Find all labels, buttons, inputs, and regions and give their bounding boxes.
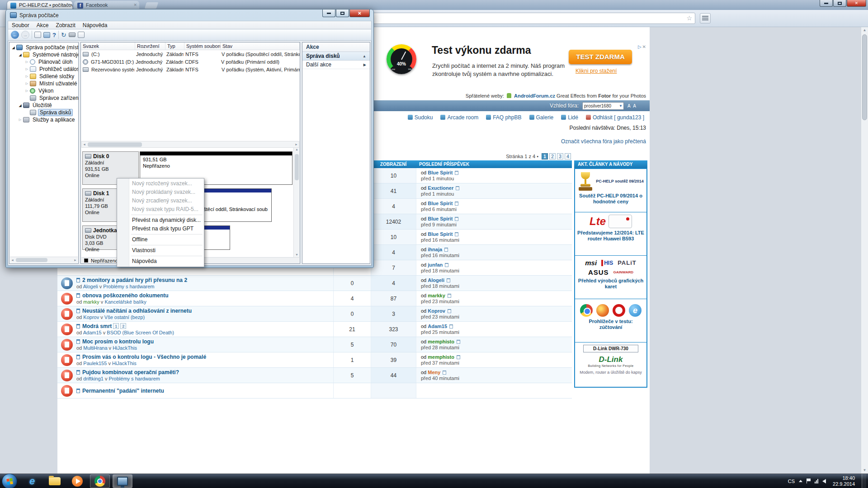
language-indicator[interactable]: CS	[788, 479, 795, 484]
forum-nav-link[interactable]: FAQ phpBB	[486, 114, 521, 121]
page-number-button[interactable]: 2	[549, 153, 556, 160]
page-number-button[interactable]: 4	[565, 153, 571, 160]
close-button[interactable]: ✕	[349, 9, 370, 17]
context-menu-item[interactable]: Nový prokládaný svazek...	[118, 188, 203, 197]
lastpost-user-link[interactable]: junfan	[428, 262, 443, 267]
tree-expander-icon[interactable]: ▷	[24, 60, 29, 64]
tree-expander-icon[interactable]: ◢	[11, 46, 16, 50]
help-icon[interactable]: ?	[52, 32, 56, 38]
console-tree-icon[interactable]	[34, 32, 41, 38]
tree-item[interactable]: ▷ Místní uživatelé a skupi...	[9, 80, 78, 87]
tree-horizontal-scrollbar[interactable]: ◄ ►	[10, 257, 78, 263]
article-link[interactable]: Modem, router a úložiště do kapsy	[577, 370, 645, 375]
taskbar-computer-management-button[interactable]	[113, 474, 132, 488]
forward-icon[interactable]: →	[21, 31, 29, 39]
taskbar-ie-button[interactable]: e	[22, 474, 42, 488]
tree-item[interactable]: ▷ Sdílené složky	[9, 73, 78, 80]
goto-lastpost-icon[interactable]	[456, 186, 459, 190]
topic-author-link[interactable]: Alogeli	[83, 284, 98, 289]
context-menu-item[interactable]: Nový zrcadlený svazek...	[118, 197, 203, 205]
taskbar-media-player-button[interactable]	[67, 474, 87, 488]
tab-close-icon[interactable]: ✕	[133, 3, 137, 7]
tree-expander-icon[interactable]: ◢	[18, 53, 23, 57]
forum-nav-link[interactable]: Sudoku	[408, 114, 433, 121]
scrollbar-thumb[interactable]	[862, 34, 867, 120]
topic-forum-link[interactable]: BSOD (Blue Screen Of Death)	[107, 330, 174, 335]
context-menu-item[interactable]: Převést na dynamický disk...	[118, 216, 203, 225]
article-link[interactable]: Prohlížeče v testu: zúčtování	[577, 319, 645, 330]
lastpost-user-link[interactable]: markky	[428, 293, 445, 298]
sidebar-article-dlink[interactable]: D-Link DWR-730 D-Link Building Networks …	[575, 343, 646, 386]
window-titlebar[interactable]: Správa počítače ✕	[6, 9, 373, 21]
goto-lastpost-icon[interactable]	[447, 278, 450, 282]
context-menu-item[interactable]: Offline	[118, 235, 203, 244]
context-menu-item[interactable]: Nový svazek typu RAID-5...	[118, 205, 203, 214]
ad-download-link[interactable]: Klikni pro stažení	[576, 68, 617, 74]
context-menu-item[interactable]: Nápověda	[118, 257, 203, 266]
lastpost-user-link[interactable]: Blue Spirit	[428, 231, 453, 237]
refresh-icon[interactable]: ↻	[61, 31, 66, 38]
tree-expander-icon[interactable]: ▷	[24, 75, 29, 78]
tree-expander-icon[interactable]: ▷	[24, 67, 29, 71]
topic-author-link[interactable]: Paulek155	[83, 361, 107, 366]
topic-forum-link[interactable]: Problémy s hardwarem	[109, 376, 160, 381]
tree-expander-icon[interactable]: ▷	[24, 82, 29, 85]
menu-item[interactable]: Akce	[33, 21, 52, 29]
topic-forum-link[interactable]: Vše ostatní (bezp)	[104, 314, 145, 320]
topic-page-links[interactable]: 12	[112, 323, 126, 329]
taskbar-clock[interactable]: 18:40 22.9.2014	[830, 475, 858, 487]
tree-item[interactable]: ▷ Plánovač úloh	[9, 58, 78, 66]
tree-item[interactable]: Správa disků	[9, 109, 78, 116]
lastpost-user-link[interactable]: Blue Spirit	[428, 170, 453, 175]
goto-lastpost-icon[interactable]	[457, 340, 460, 344]
topic-title-link[interactable]: Permanentní "padání" internetu	[82, 388, 164, 394]
disk-view-scrollbar[interactable]: ▲ ▼	[293, 148, 300, 257]
browser-scrollbar[interactable]: ▲ ▼	[861, 27, 868, 474]
topic-title-link[interactable]: Neustálé načítání a odhlašování z inerne…	[82, 308, 192, 314]
forum-nav-link[interactable]: Lidé	[561, 114, 578, 121]
forum-nav-link[interactable]: Arcade room	[440, 114, 478, 121]
topic-forum-link[interactable]: HiJackThis	[113, 345, 137, 351]
properties-icon[interactable]	[78, 32, 85, 38]
lastpost-user-link[interactable]: ihnaja	[428, 247, 442, 252]
mark-read-link[interactable]: Označit všechna fóra jako přečtená	[561, 138, 646, 145]
back-icon[interactable]: ←	[11, 31, 19, 39]
taskbar-chrome-button[interactable]	[90, 474, 110, 488]
taskbar-explorer-button[interactable]	[45, 474, 65, 488]
goto-lastpost-icon[interactable]	[455, 202, 458, 206]
topic-author-link[interactable]: markky	[83, 299, 99, 305]
more-actions-item[interactable]: Další akce ▶	[302, 61, 370, 69]
scroll-down-icon[interactable]: ▼	[861, 467, 868, 474]
tree-item[interactable]: ▷ Prohlížeč událostí	[9, 66, 78, 73]
volume-list-scrollbar[interactable]: ◄ ►	[81, 141, 299, 148]
goto-lastpost-icon[interactable]	[457, 355, 460, 359]
page-number-button[interactable]: 3	[557, 153, 563, 160]
tree-expander-icon[interactable]: ▷	[24, 89, 29, 93]
volume-column-header[interactable]: Svazek	[81, 42, 135, 50]
start-button[interactable]	[2, 474, 17, 488]
network-icon[interactable]	[815, 479, 818, 483]
topic-title-link[interactable]: Pujdou kombinovat operační paměti?	[82, 369, 179, 375]
lastpost-user-link[interactable]: Blue Spirit	[428, 216, 453, 221]
restore-button[interactable]	[833, 0, 846, 7]
goto-lastpost-icon[interactable]	[448, 309, 451, 313]
topic-forum-link[interactable]: Problémy s hardwarem	[103, 284, 154, 289]
lastpost-user-link[interactable]: Meny	[428, 370, 440, 375]
ad-test-button[interactable]: TEST ZDARMA	[569, 50, 632, 64]
context-menu-item[interactable]: Vlastnosti	[118, 246, 203, 255]
actions-section-disk-management[interactable]: Správa disků ▲	[302, 52, 370, 61]
fotor-link[interactable]: Fotor	[598, 93, 611, 99]
goto-lastpost-icon[interactable]	[443, 371, 446, 375]
sidebar-article-browsers[interactable]: e Prohlížeče v testu: zúčtování	[575, 299, 646, 343]
close-button[interactable]: ✕	[847, 0, 866, 7]
new-tab-button[interactable]	[145, 2, 159, 9]
tree-item[interactable]: ◢ Správa počítače (místní)	[9, 44, 78, 51]
goto-lastpost-icon[interactable]	[448, 294, 451, 298]
browser-tab-facebook[interactable]: f Facebook ✕	[74, 1, 139, 10]
topic-title-link[interactable]: Moc prosím o kontrolu logu	[82, 338, 154, 345]
tree-expander-icon[interactable]: ◢	[18, 103, 23, 108]
topic-forum-link[interactable]: Kancelářské balíky	[104, 299, 146, 305]
forum-nav-link[interactable]: Galerie	[529, 114, 554, 121]
sidebar-article-contest[interactable]: PC-HELP soutěž 09/2014 Soutěž PC-HELP 09…	[575, 169, 646, 212]
topic-title-link[interactable]: Prosím vás o kontrolu logu - Všechno je …	[82, 354, 206, 360]
